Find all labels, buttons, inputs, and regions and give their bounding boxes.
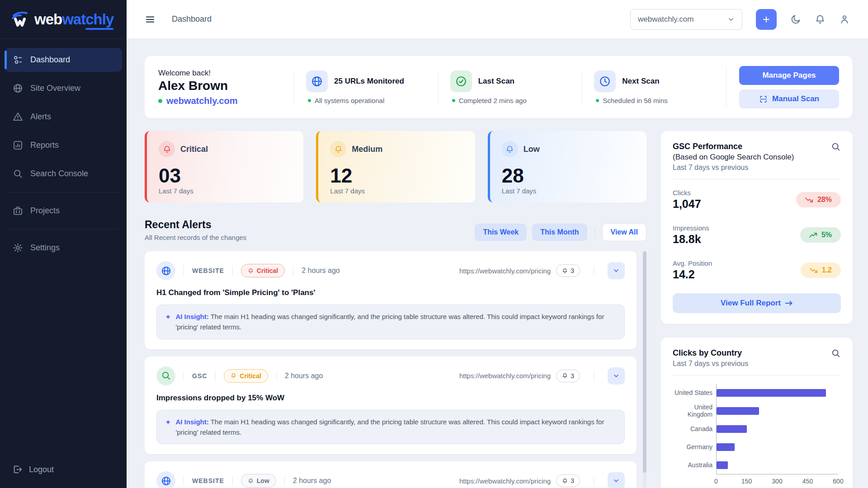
alert-item: WEBSITE Low 2 hours ago https://webwatch… [145, 461, 637, 488]
dark-mode-toggle[interactable] [790, 14, 801, 25]
bell-icon [330, 141, 346, 157]
severity-card-medium[interactable]: Medium 12 Last 7 days [316, 131, 475, 202]
chart-x-tick: 300 [772, 478, 782, 485]
add-button[interactable] [756, 9, 777, 30]
alert-url[interactable]: https://webwatchly.com/pricing [459, 267, 551, 275]
bell-icon [562, 268, 568, 274]
alert-url[interactable]: https://webwatchly.com/pricing [459, 477, 551, 485]
divider [232, 266, 233, 276]
divider [184, 476, 184, 486]
logo[interactable]: webwatchly [0, 0, 127, 39]
country-chart-ticks: 0150300450600 [716, 474, 838, 486]
status-dot [452, 99, 455, 102]
alert-count-badge: 3 [556, 370, 580, 382]
divider [594, 266, 594, 276]
manual-scan-button[interactable]: Manual Scan [739, 89, 839, 108]
trend-down-icon [805, 197, 814, 203]
sparkle-icon: ✦ [165, 417, 171, 428]
chart-x-tick: 600 [833, 478, 843, 485]
stat-subtitle: All systems operational [315, 97, 384, 104]
expand-alert-button[interactable] [608, 262, 625, 279]
severity-label: Low [524, 145, 540, 154]
chevron-down-icon [613, 372, 620, 380]
sidebar-item-reports[interactable]: Reports [5, 133, 122, 157]
search-icon [156, 366, 175, 385]
view-full-report-button[interactable]: View Full Report [673, 293, 841, 313]
site-link[interactable]: webwatchly.com [166, 96, 237, 106]
sidebar-item-label: Reports [30, 141, 59, 150]
chart-category-label: United Kingdom [673, 404, 716, 418]
country-bar-chart: United StatesUnited KingdomCanadaGermany… [673, 384, 841, 486]
clock-icon [594, 70, 616, 92]
filter-this-month[interactable]: This Month [532, 224, 587, 241]
severity-period: Last 7 days [159, 187, 292, 195]
chart-x-tick: 450 [802, 478, 813, 485]
severity-card-low[interactable]: Low 28 Last 7 days [488, 131, 646, 202]
bell-icon [502, 141, 518, 157]
scrollbar-track[interactable] [643, 251, 646, 488]
clicks-by-country-card: Clicks by Country Last 7 days vs previou… [661, 338, 853, 488]
card-period: Last 7 days vs previous [673, 360, 748, 368]
divider [232, 476, 233, 486]
alert-url[interactable]: https://webwatchly.com/pricing [459, 372, 551, 380]
scan-icon [759, 95, 768, 103]
notifications-button[interactable] [815, 14, 826, 25]
breadcrumb: Dashboard [172, 14, 212, 24]
scrollbar-thumb[interactable] [643, 251, 646, 473]
bell-icon [562, 373, 568, 379]
expand-alert-button[interactable] [608, 472, 625, 488]
view-all-button[interactable]: View All [602, 223, 646, 241]
ai-insight-text: The main H1 heading was changed signific… [175, 418, 604, 436]
metric-clicks: Clicks 1,047 28% [673, 182, 841, 217]
sidebar-item-dashboard[interactable]: Dashboard [5, 48, 122, 72]
right-column: GSC Performance (Based on Google Search … [661, 131, 853, 488]
sidebar-item-projects[interactable]: Projects [5, 199, 122, 223]
sidebar: webwatchly Dashboard Site Overview [0, 0, 127, 488]
logout-button[interactable]: Logout [0, 453, 127, 488]
card-title: GSC Performance [673, 142, 794, 151]
sidebar-item-search-console[interactable]: Search Console [5, 162, 122, 186]
profile-button[interactable] [839, 14, 850, 25]
stat-title: Next Scan [622, 77, 659, 86]
severity-cards: Critical 03 Last 7 days Medium 12 [145, 131, 646, 202]
site-selector[interactable]: webwatchly.com [630, 9, 742, 30]
delta-badge: 1.2 [801, 263, 841, 278]
gsc-performance-card: GSC Performance (Based on Google Search … [661, 131, 853, 324]
chart-category-label: United States [673, 389, 716, 396]
sidebar-divider [8, 192, 118, 192]
chart-category-label: Australia [673, 461, 716, 469]
status-dot [158, 99, 162, 103]
metric-value: 14.2 [673, 268, 712, 281]
divider [594, 226, 595, 238]
bell-icon [248, 478, 254, 484]
sidebar-item-site-overview[interactable]: Site Overview [5, 76, 122, 100]
search-icon[interactable] [831, 348, 841, 358]
sidebar-item-alerts[interactable]: Alerts [5, 105, 122, 129]
gear-icon [13, 243, 23, 253]
recent-alerts-header: Recent Alerts All Recent records of the … [145, 219, 646, 241]
chart-bar [717, 389, 826, 397]
expand-alert-button[interactable] [608, 367, 625, 385]
divider [293, 266, 293, 276]
metric-label: Avg. Position [673, 259, 712, 267]
bell-icon [248, 268, 254, 274]
chart-category-label: Canada [673, 425, 716, 432]
alert-time: 2 hours ago [293, 477, 331, 485]
severity-badge: Critical [241, 264, 285, 277]
manage-pages-button[interactable]: Manage Pages [739, 66, 839, 85]
search-icon[interactable] [831, 142, 841, 152]
moon-icon [790, 14, 801, 25]
divider [276, 371, 277, 381]
logo-mark-icon [12, 11, 31, 28]
divider [673, 179, 841, 179]
ai-insight-label: AI Insight: [175, 418, 208, 426]
sidebar-item-settings[interactable]: Settings [5, 236, 122, 260]
sidebar-divider [8, 229, 118, 230]
hamburger-menu-icon[interactable] [145, 14, 156, 25]
check-circle-icon [450, 70, 472, 92]
severity-card-critical[interactable]: Critical 03 Last 7 days [145, 131, 303, 202]
filter-this-week[interactable]: This Week [475, 224, 527, 241]
stat-title: 25 URLs Monitored [334, 77, 404, 86]
stat-subtitle: Completed 2 mins ago [459, 97, 527, 104]
topbar: Dashboard webwatchly.com [127, 0, 868, 39]
